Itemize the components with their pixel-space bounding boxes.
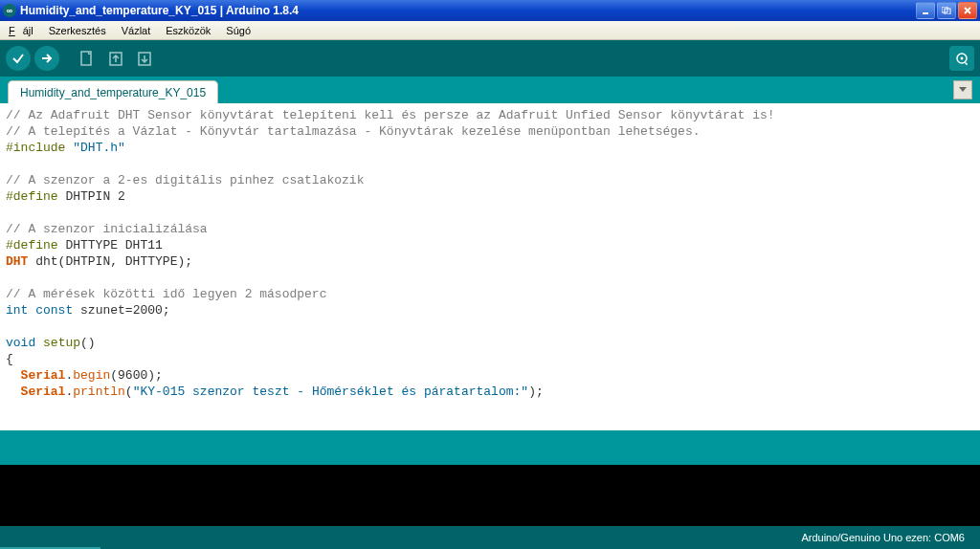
code-token: "DHT.h" (65, 141, 124, 155)
tab-strip: Humidity_and_temperature_KY_015 (0, 77, 980, 103)
window-controls (916, 2, 977, 19)
code-token (6, 384, 21, 399)
serial-icon (954, 51, 969, 66)
code-token: Serial (21, 384, 66, 399)
window-title: Humidity_and_temperature_KY_015 | Arduin… (20, 4, 916, 17)
arrow-up-icon (107, 50, 124, 67)
editor-area: // Az Adafruit DHT Sensor könyvtárat tel… (0, 103, 980, 430)
code-token: println (73, 384, 125, 399)
titlebar: ∞ Humidity_and_temperature_KY_015 | Ardu… (0, 0, 980, 21)
status-bar: Arduino/Genuino Uno ezen: COM6 (0, 526, 980, 549)
maximize-icon (942, 7, 951, 14)
code-token: setup (43, 336, 80, 350)
code-token: ); (528, 384, 544, 399)
menu-edit[interactable]: Szerkesztés (45, 23, 110, 38)
code-editor[interactable]: // Az Adafruit DHT Sensor könyvtárat tel… (0, 103, 980, 430)
menubar: Fájl Szerkesztés Vázlat Eszközök Súgó (0, 21, 980, 40)
code-line: // Az Adafruit DHT Sensor könyvtárat tel… (6, 108, 775, 122)
code-line: // A szenzor inicializálása (6, 222, 208, 236)
toolbar (0, 40, 980, 77)
code-token: "KY-015 szenzor teszt - Hőmérséklet és p… (133, 384, 528, 399)
code-token: const (35, 303, 73, 318)
console-output[interactable] (0, 465, 980, 526)
verify-button[interactable] (6, 46, 31, 71)
arduino-icon: ∞ (3, 4, 16, 17)
code-token: szunet=2000; (73, 303, 169, 318)
code-line: // A telepítés a Vázlat - Könyvtár tarta… (6, 124, 701, 139)
minimize-button[interactable] (916, 2, 935, 19)
menu-tools[interactable]: Eszközök (162, 23, 214, 38)
code-token: #include (6, 141, 65, 155)
code-line: // A szenzor a 2-es digitális pinhez csa… (6, 173, 364, 187)
code-token: ( (125, 384, 133, 399)
check-icon (11, 52, 25, 65)
tab-sketch[interactable]: Humidity_and_temperature_KY_015 (8, 80, 218, 103)
open-button[interactable] (103, 46, 128, 71)
code-token: { (6, 352, 13, 366)
code-token: DHTPIN 2 (58, 189, 125, 204)
code-token (6, 368, 21, 383)
code-token: begin (73, 368, 110, 383)
minimize-icon (922, 7, 929, 14)
close-button[interactable] (958, 2, 977, 19)
tab-menu-button[interactable] (953, 80, 972, 99)
code-token (35, 336, 43, 350)
code-token: (9600); (110, 368, 163, 383)
chevron-down-icon (959, 87, 967, 93)
menu-sketch[interactable]: Vázlat (118, 23, 155, 38)
svg-rect-0 (923, 12, 928, 14)
code-line: // A mérések közötti idő legyen 2 másodp… (6, 287, 326, 301)
board-port-label: Arduino/Genuino Uno ezen: COM6 (801, 532, 965, 543)
arrow-down-icon (136, 50, 153, 67)
upload-button[interactable] (34, 46, 59, 71)
svg-point-7 (961, 57, 964, 60)
new-file-icon (78, 50, 96, 67)
menu-help[interactable]: Súgó (222, 23, 255, 38)
code-token: () (80, 336, 96, 350)
console-header (0, 430, 980, 465)
save-button[interactable] (132, 46, 157, 71)
maximize-button[interactable] (937, 2, 956, 19)
code-token: #define (6, 189, 58, 204)
code-token: int (6, 303, 28, 318)
close-icon (964, 7, 971, 14)
menu-file[interactable]: Fájl (5, 23, 37, 38)
code-token: void (6, 336, 35, 350)
code-token: dht(DHTPIN, DHTTYPE); (28, 254, 192, 269)
code-token: Serial (21, 368, 66, 383)
new-button[interactable] (75, 46, 100, 71)
code-token: DHTTYPE DHT11 (58, 238, 163, 253)
code-token: DHT (6, 254, 28, 269)
arrow-right-icon (40, 52, 54, 65)
code-token: #define (6, 238, 58, 253)
serial-monitor-button[interactable] (949, 46, 974, 71)
